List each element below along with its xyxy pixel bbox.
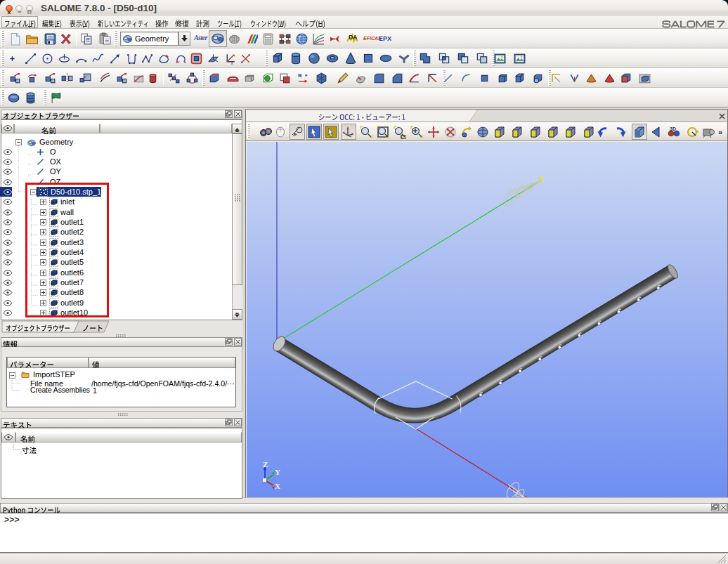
svg-text:X: X: [275, 482, 280, 490]
svg-text:Y: Y: [538, 176, 545, 184]
svg-text:Y: Y: [275, 468, 280, 476]
svg-text:Z: Z: [263, 460, 268, 468]
svg-text:DA: DA: [349, 34, 357, 41]
